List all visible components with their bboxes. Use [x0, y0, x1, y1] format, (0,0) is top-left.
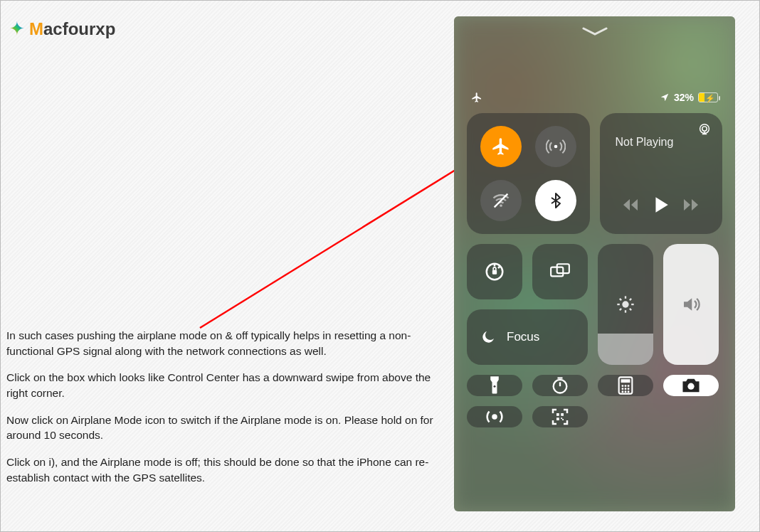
- svg-point-5: [702, 127, 707, 131]
- brightness-slider[interactable]: [598, 244, 653, 365]
- instructions-block: In such cases pushing the airplane mode …: [6, 328, 433, 497]
- svg-point-33: [628, 390, 630, 393]
- svg-point-19: [494, 385, 496, 388]
- battery-percent: 32%: [674, 92, 694, 103]
- connectivity-tile[interactable]: [467, 113, 590, 234]
- svg-point-10: [622, 301, 628, 307]
- moon-icon: [480, 329, 497, 346]
- brightness-icon: [616, 294, 635, 314]
- instruction-p3: Now click on Airplane Mode icon to switc…: [6, 413, 433, 443]
- iphone-control-center: 32% ⚡: [454, 16, 735, 511]
- bluetooth-icon: [547, 192, 564, 209]
- flashlight-button[interactable]: [467, 375, 522, 396]
- svg-rect-36: [556, 413, 559, 416]
- svg-rect-39: [561, 417, 562, 419]
- rewind-icon[interactable]: [621, 198, 640, 215]
- camera-icon: [680, 376, 702, 395]
- rotation-lock-icon: [484, 261, 505, 282]
- flashlight-icon: [487, 375, 502, 396]
- antenna-icon: [546, 137, 566, 156]
- airplane-status-icon: [471, 92, 482, 103]
- svg-point-35: [492, 414, 497, 420]
- svg-point-27: [628, 385, 630, 387]
- svg-point-34: [687, 383, 694, 390]
- logo-m: M: [29, 19, 43, 38]
- wifi-off-icon: [491, 191, 511, 211]
- airplane-mode-button[interactable]: [480, 126, 522, 167]
- qr-scanner-icon: [549, 406, 571, 427]
- svg-rect-7: [492, 270, 497, 275]
- volume-slider[interactable]: [663, 244, 719, 365]
- svg-line-17: [620, 309, 621, 310]
- screen-mirroring-icon: [549, 262, 571, 281]
- svg-point-29: [625, 388, 627, 390]
- svg-line-18: [630, 299, 631, 300]
- bluetooth-button[interactable]: [535, 180, 576, 221]
- svg-line-0: [200, 157, 476, 328]
- site-logo: ✦ Macfourxp: [9, 18, 115, 40]
- svg-line-15: [620, 299, 621, 300]
- calculator-icon: [617, 376, 634, 395]
- location-status-icon: [660, 92, 670, 102]
- focus-label: Focus: [507, 330, 539, 344]
- svg-rect-40: [562, 419, 564, 420]
- logo-text: Macfourxp: [29, 19, 115, 39]
- qr-scanner-button[interactable]: [532, 406, 588, 427]
- rotation-lock-button[interactable]: [467, 244, 522, 299]
- svg-line-16: [630, 309, 631, 310]
- volume-icon: [680, 294, 702, 315]
- logo-rest: acfourxp: [43, 19, 115, 38]
- svg-point-32: [625, 390, 627, 393]
- svg-rect-38: [556, 417, 559, 420]
- airplane-icon: [491, 137, 511, 156]
- play-icon[interactable]: [653, 196, 670, 217]
- svg-point-30: [628, 388, 630, 390]
- instruction-p2: Click on the box which looks like Contro…: [6, 370, 433, 400]
- svg-point-25: [622, 385, 624, 387]
- instruction-p4: Click on i), and the Airplane mode is of…: [6, 454, 433, 485]
- screen-mirroring-button[interactable]: [532, 244, 588, 299]
- media-tile[interactable]: Not Playing: [600, 113, 723, 234]
- svg-point-1: [554, 145, 558, 149]
- svg-point-2: [500, 204, 502, 207]
- pull-down-handle-icon[interactable]: [582, 26, 608, 36]
- battery-icon: ⚡: [698, 92, 718, 102]
- timer-icon: [550, 376, 570, 395]
- svg-rect-24: [621, 379, 630, 383]
- instruction-p1: In such cases pushing the airplane mode …: [6, 328, 433, 358]
- svg-point-26: [625, 385, 627, 387]
- wifi-button[interactable]: [480, 180, 522, 221]
- camera-button[interactable]: [663, 375, 719, 396]
- timer-button[interactable]: [532, 375, 588, 396]
- nfc-tag-button[interactable]: [467, 406, 522, 427]
- media-label: Not Playing: [616, 136, 710, 149]
- calculator-button[interactable]: [598, 375, 653, 396]
- apple-logo-icon: ✦: [9, 18, 25, 40]
- cellular-data-button[interactable]: [535, 126, 576, 167]
- forward-icon[interactable]: [682, 198, 700, 215]
- svg-rect-37: [561, 413, 564, 416]
- nfc-icon: [484, 406, 505, 427]
- svg-point-31: [622, 390, 624, 393]
- svg-point-28: [622, 388, 624, 390]
- status-bar: 32% ⚡: [467, 92, 722, 103]
- focus-button[interactable]: Focus: [467, 309, 588, 365]
